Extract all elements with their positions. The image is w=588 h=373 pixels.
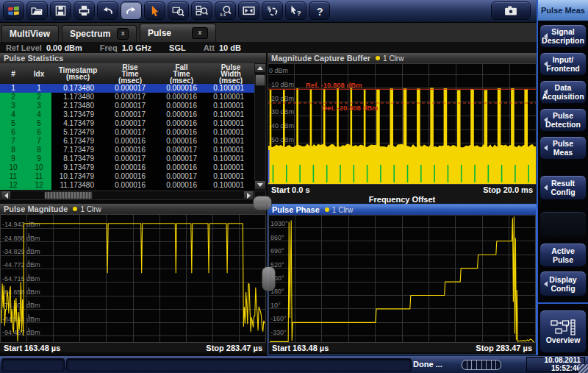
splitter-handle[interactable]: [262, 266, 276, 291]
table-cell: 3.173479: [51, 110, 104, 119]
x-axis-label: Frequency Offset: [369, 195, 435, 204]
zoom-1to1-button[interactable]: 1:1: [215, 1, 236, 20]
print-button[interactable]: [74, 1, 95, 20]
table-row[interactable]: 443.1734790.0000170.0000160.100001: [0, 110, 254, 119]
softkey-label: Pulse: [553, 139, 573, 148]
progress-segment: [472, 360, 477, 369]
vertical-scrollbar[interactable]: [254, 63, 266, 190]
open-folder-button[interactable]: [26, 1, 48, 20]
status-done-text: Done ...: [413, 360, 442, 369]
resize-grip-icon[interactable]: [578, 364, 588, 373]
multi-zoom-button[interactable]: [191, 1, 212, 20]
table-row[interactable]: 665.1734790.0000170.0000160.100001: [0, 128, 254, 137]
select-pointer-button[interactable]: [144, 1, 165, 20]
undo-icon: [101, 4, 114, 17]
save-button[interactable]: [50, 1, 71, 20]
submenu-arrow-icon: [544, 61, 548, 67]
progress-segment: [462, 360, 467, 369]
info-value: 10 dB: [219, 43, 241, 52]
table-row[interactable]: 998.1734790.0000170.0000170.100001: [0, 154, 254, 163]
softkey-input-frontend[interactable]: Input/Frontend: [539, 52, 587, 76]
undo-button[interactable]: [97, 1, 118, 20]
softkey-overview[interactable]: Overview: [539, 310, 587, 353]
scrollbar-thumb[interactable]: [255, 74, 265, 86]
windows-logo-button[interactable]: [3, 1, 24, 20]
table-cell: 0.000016: [104, 181, 156, 190]
table-row[interactable]: 121211.1734800.0000160.0000160.100001: [0, 181, 254, 190]
scrollbar-track[interactable]: [0, 191, 254, 200]
camera-button[interactable]: [491, 1, 531, 20]
table-cell: 12: [26, 181, 51, 190]
tab-close-button[interactable]: x: [117, 28, 129, 40]
horizontal-scrollbar[interactable]: [0, 191, 266, 200]
table-cell: 0.000017: [104, 154, 156, 163]
magnitude-axis-footer: Start 163.48 µs Stop 283.47 µs: [0, 343, 266, 352]
tab-pulse[interactable]: Pulsex: [140, 24, 216, 42]
scroll-left-button[interactable]: [1, 191, 11, 200]
table-row[interactable]: 110.1734800.0000170.0000160.100001: [0, 84, 254, 93]
splitter-handle[interactable]: [253, 196, 272, 210]
magnitude-chart-plot[interactable]: -14.943 dBm-24.886 dBm-34.829 dBm-44.772…: [0, 214, 266, 343]
arrow-up-icon: [257, 66, 263, 70]
softkey-label: Acquisition: [542, 92, 584, 101]
scroll-down-button[interactable]: [254, 180, 266, 190]
help-button[interactable]: ?: [309, 1, 330, 20]
magnitude-capture-panel: Magnitude Capture Buffer 1 Clrw 0 dBm-10…: [268, 53, 537, 204]
table-row[interactable]: 221.1734800.0000170.0000160.100001: [0, 93, 254, 102]
softkey-data-acquisition[interactable]: DataAcquisition: [539, 80, 587, 104]
softkey-label: Display: [549, 275, 576, 284]
column-header: FallTime(msec): [156, 63, 207, 84]
table-cell: 9: [0, 154, 26, 163]
table-cell: 5.173479: [51, 128, 104, 137]
softkey-display-config[interactable]: DisplayConfig: [539, 271, 587, 296]
toolbar: 1:1S??: [0, 0, 537, 22]
softkey-active-pulse[interactable]: Active Pulse: [539, 243, 587, 267]
table-cell: 0.000017: [156, 154, 207, 163]
panel-title-text: Pulse Phase: [272, 205, 320, 214]
svg-text:-34.829 dBm: -34.829 dBm: [2, 248, 40, 255]
scroll-up-button[interactable]: [254, 63, 266, 73]
table-cell: 0.000016: [104, 137, 156, 146]
softkey-pulse-detection[interactable]: PulseDetection: [539, 108, 587, 132]
table-cell: 0.000016: [156, 93, 207, 102]
display-icon: [243, 4, 255, 17]
svg-text:0 dBm: 0 dBm: [269, 67, 288, 74]
tab-close-button[interactable]: x: [192, 27, 208, 39]
tab-spectrum[interactable]: Spectrumx: [62, 25, 137, 42]
table-row[interactable]: 332.1734800.0000170.0000160.100001: [0, 102, 254, 110]
table-cell: 6: [0, 128, 26, 137]
help-pointer-icon: ?: [290, 4, 302, 17]
phase-chart-plot[interactable]: 1030°860°690°520°350°180°10°-160°-330°: [268, 215, 536, 343]
tab-multiview[interactable]: MultiView: [1, 25, 59, 42]
scroll-right-button[interactable]: [243, 191, 254, 200]
sweep-single-button[interactable]: S: [262, 1, 283, 20]
table-cell: 4: [0, 110, 26, 119]
table-cell: 0.100001: [207, 163, 254, 172]
table-cell: 0.173480: [51, 84, 104, 93]
softkey-pulse-meas[interactable]: PulseMeas: [539, 136, 587, 160]
table-row[interactable]: 776.1734790.0000160.0000160.100001: [0, 137, 254, 146]
softkey-result-config[interactable]: ResultConfig: [539, 175, 587, 200]
table-row[interactable]: 554.1734790.0000170.0000160.100001: [0, 119, 254, 128]
table-cell: 0.100001: [207, 154, 254, 163]
softkey-label: Data: [555, 83, 572, 92]
table-cell: 0.000016: [104, 146, 156, 154]
axis-start-label: Start 0.0 s: [271, 185, 310, 194]
table-cell: 6.173479: [51, 137, 104, 146]
table-cell: 0.000016: [156, 181, 207, 190]
axis-start-label: Start 163.48 µs: [272, 344, 329, 352]
help-pointer-button[interactable]: ?: [285, 1, 306, 20]
trace-legend-dot: [376, 56, 380, 60]
table-row[interactable]: 10109.1734790.0000160.0000160.100001: [0, 163, 254, 172]
table-row[interactable]: 887.1734790.0000160.0000170.100001: [0, 146, 254, 154]
display-button[interactable]: [238, 1, 259, 20]
softkey-signal-description[interactable]: SignalDescription: [539, 24, 587, 48]
scrollbar-thumb[interactable]: [44, 191, 93, 199]
zoom-area-button[interactable]: [168, 1, 189, 20]
svg-text:-50 dBm: -50 dBm: [269, 136, 294, 143]
table-row[interactable]: 111110.1734790.0000160.0000170.100001: [0, 172, 254, 181]
svg-text:-24.886 dBm: -24.886 dBm: [2, 235, 40, 242]
table-cell: 0.100001: [207, 146, 254, 154]
redo-button[interactable]: [121, 1, 142, 20]
capture-chart-plot[interactable]: 0 dBm-10 dBm-20 dBm-30 dBm-40 dBm-50 dBm…: [268, 63, 537, 185]
